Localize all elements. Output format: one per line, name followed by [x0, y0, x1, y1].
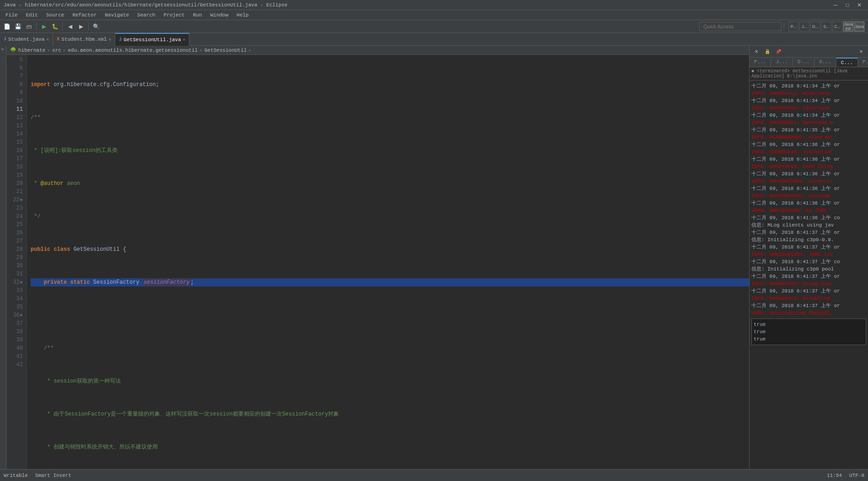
line-33: 33 — [8, 286, 23, 295]
console-line-28: 十二月 09, 2018 6:41:37 上午 or — [751, 287, 866, 295]
console-clear-btn[interactable]: ✕ — [751, 47, 761, 57]
perspective-java2-btn[interactable]: Java — [854, 22, 864, 32]
line-26: 26 — [8, 229, 23, 237]
line-36: 36● — [8, 311, 23, 319]
line-39: 39 — [8, 336, 23, 344]
main-layout: ▷ 🌳 hibernate ▸ src ▸ edu.aeon.aeonutils… — [0, 46, 868, 469]
menu-source[interactable]: Source — [43, 11, 68, 19]
line-21: 21 — [8, 188, 23, 196]
close-button[interactable]: ✕ — [854, 0, 864, 10]
debug-button[interactable]: 🐛 — [50, 22, 60, 32]
menu-search[interactable]: Search — [134, 11, 159, 19]
perspective-debug-btn[interactable]: D... — [810, 22, 820, 32]
line-5: 5 — [8, 56, 23, 64]
console-line-26: 十二月 09, 2018 6:41:37 上午 or — [751, 273, 866, 280]
console-line-27: INFO: HHH000400: Using dia: — [751, 280, 866, 287]
code-line-14: * session获取的第一种写法 — [31, 377, 749, 385]
tab-icon-student: J — [4, 37, 6, 42]
code-line-12 — [31, 311, 749, 319]
console-toolbar: ✕ 🔒 📌 ✕ — [750, 46, 868, 58]
console-line-14: 十二月 09, 2018 6:41:36 上午 or — [751, 185, 866, 192]
perspective-snippets-btn[interactable]: S... — [821, 22, 831, 32]
prev-button[interactable]: ◀ — [65, 22, 75, 32]
line-37: 37 — [8, 319, 23, 328]
line-27: 27 — [8, 237, 23, 245]
tab-close-student[interactable]: ✕ — [46, 37, 49, 42]
perspective-javaee-btn[interactable]: Java EE — [843, 22, 853, 32]
line-15: 15 — [8, 138, 23, 146]
quick-access-input[interactable] — [699, 22, 782, 31]
breadcrumb-src[interactable]: src — [52, 48, 61, 53]
console-line-9: INFO: HHH000130: Instantiat — [751, 148, 866, 156]
console-line-10: 十二月 09, 2018 6:41:36 上午 or — [751, 156, 866, 163]
status-encoding: UTF-8 — [849, 473, 864, 478]
menu-help[interactable]: Help — [233, 11, 252, 19]
console-tab-console[interactable]: C... — [836, 58, 858, 67]
console-tab-problems[interactable]: P... — [750, 58, 771, 67]
console-line-25: 信息: Initializing c3p0 pool — [751, 265, 866, 273]
console-line-18: 十二月 09, 2018 6:41:36 上午 co — [751, 214, 866, 222]
line-23: 23 — [8, 204, 23, 212]
minimize-button[interactable]: ─ — [830, 0, 841, 10]
console-line-17: WARN: HHH1001006: No JDBC — [751, 207, 866, 214]
menu-run[interactable]: Run — [189, 11, 206, 19]
maximize-button[interactable]: □ — [842, 0, 852, 10]
terminated-text: <terminated> GetSessionUtil [Java Applic… — [751, 69, 847, 79]
perspective-java-btn[interactable]: J... — [799, 22, 809, 32]
code-area[interactable]: 5 6 7 8 9 10 11 12 13 14 15 16 17 18 19 … — [6, 55, 749, 469]
console-line-0: 十二月 09, 2018 6:41:34 上午 or — [751, 82, 866, 90]
menu-project[interactable]: Project — [160, 11, 188, 19]
title-text: Java - hibernate/src/edu/aeon/aeonutils/… — [4, 2, 288, 8]
line-8: 8 — [8, 81, 23, 89]
line-28: 28 — [8, 245, 23, 254]
tab-getsessionutil[interactable]: J GetSessionUtil.java ✕ — [115, 33, 189, 46]
menu-file[interactable]: File — [2, 11, 21, 19]
console-output-block: true true true — [751, 319, 866, 345]
breadcrumb-package[interactable]: edu.aeon.aeonutils.hibernate.getsessionu… — [68, 48, 198, 53]
tab-icon-getsession: J — [119, 37, 122, 42]
perspective-console-btn[interactable]: C... — [832, 22, 842, 32]
search-button[interactable]: 🔍 — [91, 22, 101, 32]
console-tab-javadoc[interactable]: J... — [771, 58, 793, 67]
line-35: 35 — [8, 303, 23, 311]
line-25: 25 — [8, 221, 23, 229]
save-all-button[interactable]: 🗃 — [24, 22, 34, 32]
perspective-package-btn[interactable]: P... — [788, 22, 798, 32]
breadcrumb-class[interactable]: GetSessionUtil — [204, 48, 246, 53]
breadcrumb-hibernate[interactable]: hibernate — [18, 48, 45, 53]
run-button[interactable]: ▶ — [39, 22, 49, 32]
console-close-btn[interactable]: ✕ — [856, 47, 866, 57]
line-14: 14 — [8, 130, 23, 138]
console-tab-progress[interactable]: P... — [858, 58, 868, 67]
tab-student-hbm[interactable]: X Student.hbm.xml ✕ — [53, 33, 115, 46]
code-line-8: * @author aeon — [31, 179, 749, 188]
new-button[interactable]: 📄 — [2, 22, 12, 32]
left-strip-icon[interactable]: ▷ — [2, 47, 4, 52]
line-31: 31 — [8, 270, 23, 278]
console-pin-btn[interactable]: 📌 — [773, 47, 783, 57]
menu-window[interactable]: Window — [207, 11, 232, 19]
menu-navigate[interactable]: Navigate — [101, 11, 133, 19]
console-tab-search[interactable]: S... — [814, 58, 836, 67]
tab-student-java[interactable]: J Student.java ✕ — [0, 33, 53, 46]
menu-refactor[interactable]: Refactor — [69, 11, 100, 19]
code-line-13: /** — [31, 344, 749, 352]
line-24: 24 — [8, 212, 23, 221]
next-button[interactable]: ▶ — [76, 22, 86, 32]
console-line-2: 十二月 09, 2018 6:41:34 上午 or — [751, 97, 866, 104]
status-bar: Writable Smart Insert 11:54 UTF-8 — [0, 469, 868, 481]
tab-close-hbm[interactable]: ✕ — [108, 37, 111, 42]
save-button[interactable]: 💾 — [13, 22, 23, 32]
console-line-22: 十二月 09, 2018 6:41:37 上午 or — [751, 243, 866, 251]
toolbar-sep-2 — [62, 22, 63, 31]
console-tab-decl[interactable]: D... — [793, 58, 814, 67]
title-bar: Java - hibernate/src/edu/aeon/aeonutils/… — [0, 0, 868, 10]
code-content[interactable]: import org.hibernate.cfg.Configuration; … — [27, 55, 749, 469]
breadcrumb-sep-4: ▸ — [248, 47, 252, 53]
console-tabs: P... J... D... S... C... P... — [750, 58, 868, 67]
console-scroll-lock-btn[interactable]: 🔒 — [762, 47, 772, 57]
code-line-16: * 创建与销毁时系统开销大、所以不建议使用 — [31, 443, 749, 451]
editor-container: 🌳 hibernate ▸ src ▸ edu.aeon.aeonutils.h… — [6, 46, 749, 469]
console-content[interactable]: 十二月 09, 2018 6:41:34 上午 or INFO: HHH0004… — [750, 81, 868, 469]
menu-edit[interactable]: Edit — [22, 11, 41, 19]
